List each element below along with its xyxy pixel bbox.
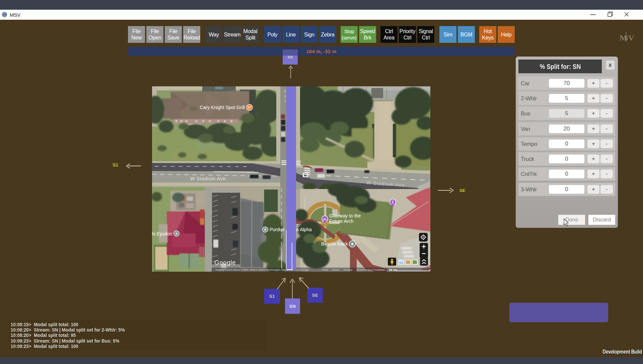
svg-text:Bicycle Rack: Bicycle Rack (321, 241, 348, 247)
svg-text:V: V (628, 33, 634, 42)
svg-text:a Alpha: a Alpha (296, 227, 312, 232)
svg-text:Future Arch: Future Arch (329, 218, 353, 224)
svg-text:Google: Google (214, 259, 236, 266)
svg-text:Gateway to the: Gateway to the (329, 213, 361, 218)
svg-text:Phi Epsilon: Phi Epsilon (152, 231, 172, 237)
svg-text:Cary Knight Spot Grill: Cary Knight Spot Grill (200, 105, 245, 110)
